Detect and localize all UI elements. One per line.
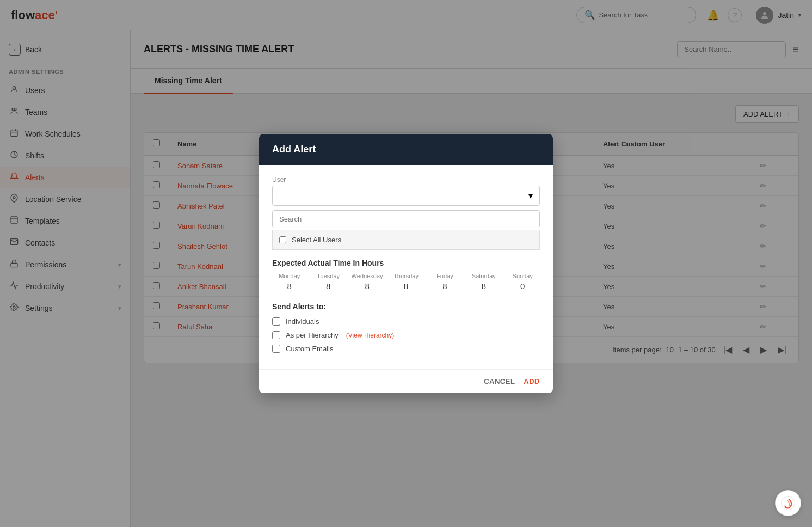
day-label: Thursday bbox=[389, 273, 423, 279]
modal-overlay[interactable]: Add Alert User ▾ Select All Users Expect… bbox=[0, 0, 812, 527]
day-col: Friday 8 bbox=[428, 273, 462, 293]
day-col: Monday 8 bbox=[272, 273, 306, 293]
select-all-users-label: Select All Users bbox=[292, 236, 341, 244]
send-alerts-title: Send Alerts to: bbox=[272, 302, 540, 311]
view-hierarchy-link[interactable]: (View Hierarchy) bbox=[346, 332, 394, 339]
day-value[interactable]: 0 bbox=[506, 281, 540, 293]
add-button[interactable]: ADD bbox=[524, 377, 540, 385]
send-option-individuals[interactable]: Individuals bbox=[272, 317, 540, 326]
custom-emails-label: Custom Emails bbox=[286, 345, 333, 353]
dropdown-search-container bbox=[272, 210, 540, 228]
day-label: Monday bbox=[272, 273, 306, 279]
as-per-hierarchy-checkbox[interactable] bbox=[272, 331, 280, 339]
individuals-checkbox[interactable] bbox=[272, 317, 280, 326]
day-col: Wednesday 8 bbox=[350, 273, 384, 293]
day-col: Thursday 8 bbox=[389, 273, 423, 293]
day-label: Saturday bbox=[466, 273, 501, 279]
select-all-users-checkbox[interactable] bbox=[279, 236, 286, 243]
day-label: Wednesday bbox=[350, 273, 384, 279]
modal-body: User ▾ Select All Users Expected Actual … bbox=[259, 165, 553, 369]
as-per-hierarchy-label: As per Hierarchy bbox=[286, 331, 339, 339]
send-option-custom-emails[interactable]: Custom Emails bbox=[272, 345, 540, 353]
user-dropdown[interactable]: ▾ bbox=[272, 186, 540, 206]
user-search-input[interactable] bbox=[273, 211, 539, 228]
hours-grid: Monday 8 Tuesday 8 Wednesday 8 Thursday … bbox=[272, 273, 540, 293]
select-all-option[interactable]: Select All Users bbox=[272, 230, 540, 250]
day-col: Saturday 8 bbox=[466, 273, 501, 293]
flowace-watermark bbox=[775, 490, 801, 516]
day-value[interactable]: 8 bbox=[428, 281, 462, 293]
day-value[interactable]: 8 bbox=[311, 281, 345, 293]
user-form-label: User bbox=[272, 176, 540, 183]
day-label: Tuesday bbox=[311, 273, 345, 279]
day-value[interactable]: 8 bbox=[272, 281, 306, 293]
individuals-label: Individuals bbox=[286, 317, 319, 326]
modal-title: Add Alert bbox=[272, 144, 316, 155]
day-col: Tuesday 8 bbox=[311, 273, 345, 293]
day-value[interactable]: 8 bbox=[350, 281, 384, 293]
cancel-button[interactable]: CANCEL bbox=[484, 377, 515, 385]
day-col: Sunday 0 bbox=[506, 273, 540, 293]
dropdown-chevron-icon: ▾ bbox=[528, 191, 533, 201]
day-label: Sunday bbox=[506, 273, 540, 279]
custom-emails-checkbox[interactable] bbox=[272, 345, 280, 353]
day-value[interactable]: 8 bbox=[389, 281, 423, 293]
modal-header: Add Alert bbox=[259, 134, 553, 165]
modal-footer: CANCEL ADD bbox=[259, 369, 553, 393]
expected-time-title: Expected Actual Time In Hours bbox=[272, 259, 540, 267]
day-label: Friday bbox=[428, 273, 462, 279]
send-option-as-per-hierarchy[interactable]: As per Hierarchy (View Hierarchy) bbox=[272, 331, 540, 339]
add-alert-modal: Add Alert User ▾ Select All Users Expect… bbox=[259, 134, 553, 393]
day-value[interactable]: 8 bbox=[466, 281, 501, 293]
